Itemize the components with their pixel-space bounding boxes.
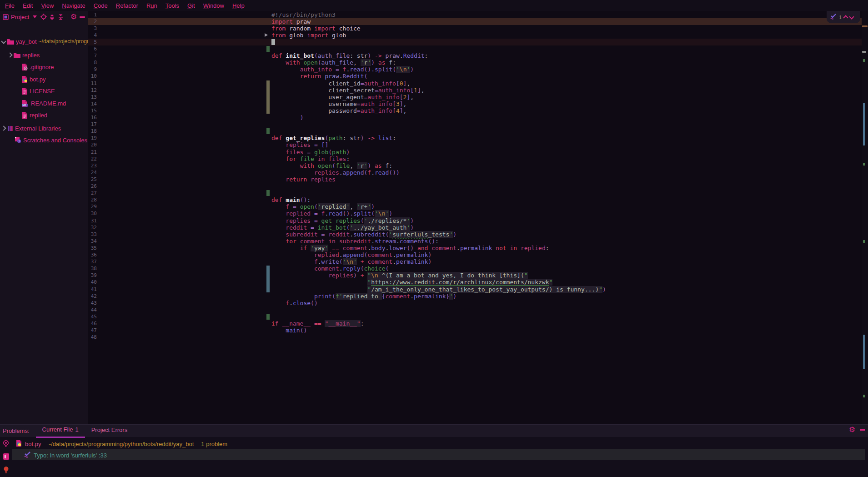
menu-window[interactable]: Window	[199, 2, 228, 9]
code-line-31[interactable]: replies = get_replies('./replies/*')	[271, 217, 414, 224]
line-number[interactable]: 8	[88, 59, 97, 66]
code-editor[interactable]: 1234567891011121314151617181920212223242…	[88, 11, 862, 424]
code-line-35[interactable]: if 'yay' == comment.body.lower() and com…	[271, 245, 549, 251]
line-number[interactable]: 44	[88, 306, 97, 313]
tree-item-scratches-and-consoles[interactable]: Scratches and Consoles	[0, 136, 88, 145]
severity-filter-icon[interactable]	[3, 453, 10, 462]
line-number[interactable]: 32	[88, 224, 97, 231]
code-line-36[interactable]: replied.append(comment.permalink)	[271, 251, 431, 258]
menu-navigate[interactable]: Navigate	[58, 2, 89, 9]
project-tool-window-icon[interactable]	[2, 14, 9, 20]
tree-item-readme-md[interactable]: MDREADME.md	[0, 99, 88, 108]
code-line-30[interactable]: replied = f.read().split('\n')	[271, 210, 392, 217]
problems-typo-row[interactable]: Typo: In word 'surferluls' :33	[24, 451, 107, 459]
code-line-3[interactable]: from random import choice	[271, 25, 361, 32]
line-number[interactable]: 22	[88, 156, 97, 162]
line-number[interactable]: 46	[88, 320, 97, 327]
code-line-32[interactable]: reddit = init_bot('../yay_bot_auth')	[271, 224, 414, 231]
line-number[interactable]: 1	[88, 11, 97, 18]
prev-problem-icon[interactable]	[843, 15, 848, 20]
line-number[interactable]: 25	[88, 176, 97, 183]
code-line-21[interactable]: files = glob(path)	[271, 149, 350, 156]
line-number[interactable]: 34	[88, 238, 97, 245]
code-line-12[interactable]: client_secret=auth_info[1],	[271, 87, 425, 94]
code-line-22[interactable]: for file in files:	[271, 156, 350, 162]
line-number[interactable]: 10	[88, 73, 97, 80]
expand-all-icon[interactable]	[49, 14, 55, 20]
code-line-14[interactable]: username=auth_info[3],	[271, 100, 406, 107]
menu-refactor[interactable]: Refactor	[112, 2, 142, 9]
code-line-38[interactable]: comment.reply(choice(	[271, 265, 389, 272]
code-line-2[interactable]: import praw	[271, 18, 311, 25]
line-number[interactable]: 13	[88, 94, 97, 100]
code-line-23[interactable]: with open(file, 'r') as f:	[271, 162, 392, 169]
line-number[interactable]: 2	[88, 18, 97, 25]
code-line-15[interactable]: password=auth_info[4],	[271, 107, 406, 114]
line-number[interactable]: 18	[88, 128, 97, 135]
intention-bulb-icon[interactable]	[3, 466, 9, 476]
problems-file-row[interactable]: bot.py ~/data/projects/programming/pytho…	[15, 440, 227, 448]
next-problem-icon[interactable]	[849, 14, 854, 19]
line-number[interactable]: 38	[88, 265, 97, 272]
line-number[interactable]: 39	[88, 272, 97, 279]
line-number[interactable]: 14	[88, 100, 97, 107]
tree-item-external-libraries[interactable]: External Libraries	[0, 124, 88, 133]
tree-item--gitignore[interactable]: .gitignore	[0, 62, 88, 71]
menu-view[interactable]: View	[37, 2, 58, 9]
menu-code[interactable]: Code	[90, 2, 112, 9]
line-number[interactable]: 40	[88, 279, 97, 286]
line-number[interactable]: 48	[88, 334, 97, 341]
code-line-43[interactable]: f.close()	[271, 300, 318, 306]
tree-item-bot-py[interactable]: bot.py	[0, 75, 88, 84]
menu-file[interactable]: File	[1, 2, 19, 9]
code-line-28[interactable]: def main():	[271, 196, 311, 203]
inspections-widget[interactable]: 1	[827, 11, 860, 23]
view-options-eye-icon[interactable]	[2, 440, 10, 449]
fold-arrow-icon[interactable]	[265, 33, 268, 37]
line-number[interactable]: 19	[88, 135, 97, 141]
line-number[interactable]: 4	[88, 32, 97, 39]
code-line-16[interactable]: )	[271, 114, 303, 121]
code-line-13[interactable]: user_agent=auth_info[2],	[271, 94, 414, 100]
line-number[interactable]: 30	[88, 210, 97, 217]
tree-item-replies[interactable]: replies	[0, 50, 88, 60]
line-number[interactable]: 27	[88, 190, 97, 196]
line-number[interactable]: 11	[88, 80, 97, 87]
chevron-down-icon[interactable]	[1, 39, 6, 44]
line-number[interactable]: 45	[88, 313, 97, 320]
tree-item-license[interactable]: LICENSE	[0, 86, 88, 95]
tab-current-file[interactable]: Current File1	[36, 424, 85, 438]
line-number[interactable]: 36	[88, 251, 97, 258]
code-line-4[interactable]: from glob import glob	[271, 32, 346, 39]
code-line-8[interactable]: with open(auth_file, 'r') as f:	[271, 59, 396, 66]
code-line-39[interactable]: replies) + "\n ^(I am a bot and yes, I d…	[271, 272, 528, 279]
code-line-42[interactable]: print(f'replied to {comment.permalink}')	[271, 293, 457, 300]
line-number[interactable]: 9	[88, 66, 97, 73]
code-line-11[interactable]: client_id=auth_info[0],	[271, 80, 410, 87]
line-number[interactable]: 42	[88, 293, 97, 300]
project-panel-title[interactable]: Project	[11, 14, 29, 20]
line-number[interactable]: 28	[88, 196, 97, 203]
code-line-41[interactable]: "/am_i_the_only_one_that_likes_to_post_y…	[271, 286, 606, 293]
code-line-46[interactable]: if __name__ == "__main__":	[271, 320, 364, 327]
chevron-right-icon[interactable]	[1, 126, 6, 131]
line-number[interactable]: 41	[88, 286, 97, 293]
line-number[interactable]: 5	[88, 39, 97, 45]
menu-git[interactable]: Git	[183, 2, 199, 9]
line-number[interactable]: 43	[88, 300, 97, 306]
code-line-9[interactable]: auth_info = f.read().split('\n')	[271, 66, 414, 73]
code-line-37[interactable]: f.write('\n' + comment.permalink)	[271, 258, 431, 265]
line-number[interactable]: 35	[88, 245, 97, 251]
line-number[interactable]: 12	[88, 87, 97, 94]
line-number[interactable]: 33	[88, 231, 97, 238]
code-line-7[interactable]: def init_bot(auth_file: str) -> praw.Red…	[271, 52, 428, 59]
hide-panel-icon[interactable]	[79, 14, 85, 20]
line-number[interactable]: 3	[88, 25, 97, 32]
chevron-right-icon[interactable]	[7, 52, 12, 57]
locate-file-icon[interactable]	[40, 14, 47, 20]
line-number[interactable]: 23	[88, 162, 97, 169]
gear-icon[interactable]: ⚙	[849, 427, 855, 433]
line-number[interactable]: 16	[88, 114, 97, 121]
hide-panel-icon[interactable]	[860, 429, 865, 431]
editor-scroll-stripe[interactable]	[862, 11, 868, 424]
